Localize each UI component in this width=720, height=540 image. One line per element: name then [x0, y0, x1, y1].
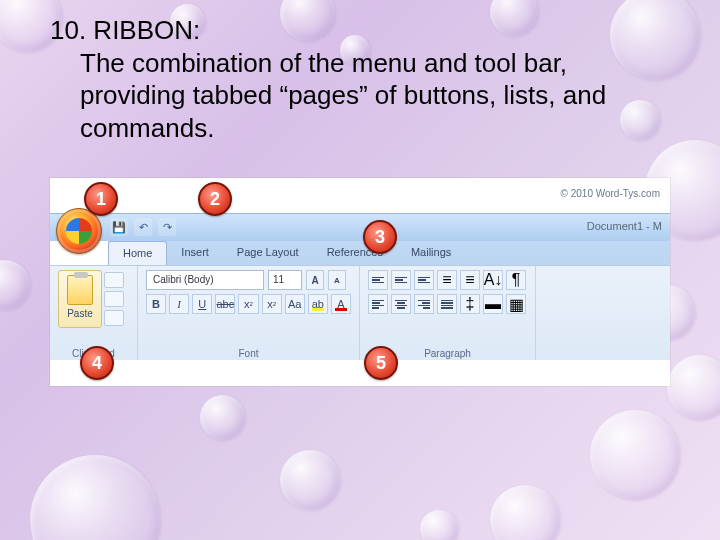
line-spacing-button[interactable]: ‡	[460, 294, 480, 314]
underline-button[interactable]: U	[192, 294, 212, 314]
clipboard-icon	[67, 275, 93, 305]
borders-button[interactable]: ▦	[506, 294, 526, 314]
callout-3: 3	[363, 220, 397, 254]
format-painter-button[interactable]	[104, 310, 124, 326]
callout-1: 1	[84, 182, 118, 216]
numbering-button[interactable]	[391, 270, 411, 290]
increase-indent-button[interactable]: ≡	[460, 270, 480, 290]
multilevel-list-button[interactable]	[414, 270, 434, 290]
change-case-button[interactable]: Aa	[285, 294, 305, 314]
ribbon-body: Paste Clipboard Calibri (Body) 11 A A B …	[50, 265, 670, 360]
superscript-button[interactable]: x2	[262, 294, 282, 314]
slide-description: The combination of the menu and tool bar…	[50, 47, 660, 145]
water-drop	[490, 485, 560, 540]
align-right-button[interactable]	[414, 294, 434, 314]
group-font: Calibri (Body) 11 A A B I U abc x2 x2 Aa…	[138, 266, 360, 360]
water-drop	[30, 455, 160, 540]
ribbon-screenshot: © 2010 Word-Tys.com 💾 ↶ ↷ Document1 - M …	[50, 178, 670, 386]
save-icon[interactable]: 💾	[110, 218, 128, 236]
tab-mailings[interactable]: Mailings	[397, 241, 465, 265]
highlight-color-button[interactable]: ab	[308, 294, 328, 314]
align-left-button[interactable]	[368, 294, 388, 314]
show-hide-button[interactable]: ¶	[506, 270, 526, 290]
shrink-font-button[interactable]: A	[328, 270, 346, 290]
bottom-whitespace	[50, 360, 670, 386]
italic-button[interactable]: I	[169, 294, 189, 314]
water-drop	[590, 410, 680, 500]
window-titlebar: 💾 ↶ ↷ Document1 - M	[50, 213, 670, 241]
undo-icon[interactable]: ↶	[134, 218, 152, 236]
tab-page-layout[interactable]: Page Layout	[223, 241, 313, 265]
paste-label: Paste	[67, 308, 93, 319]
callout-5: 5	[364, 346, 398, 380]
font-name-select[interactable]: Calibri (Body)	[146, 270, 264, 290]
document-title: Document1 - M	[587, 220, 662, 232]
paste-button[interactable]: Paste	[58, 270, 102, 328]
group-label-font: Font	[138, 348, 359, 359]
bold-button[interactable]: B	[146, 294, 166, 314]
strikethrough-button[interactable]: abc	[215, 294, 235, 314]
font-color-button[interactable]: A	[331, 294, 351, 314]
tab-home[interactable]: Home	[108, 241, 167, 265]
justify-button[interactable]	[437, 294, 457, 314]
water-drop	[200, 395, 245, 440]
water-drop	[0, 260, 30, 310]
subscript-button[interactable]: x2	[238, 294, 258, 314]
font-size-select[interactable]: 11	[268, 270, 302, 290]
redo-icon[interactable]: ↷	[158, 218, 176, 236]
copy-button[interactable]	[104, 291, 124, 307]
copyright-text: © 2010 Word-Tys.com	[561, 188, 660, 199]
quick-access-toolbar: 💾 ↶ ↷	[110, 218, 176, 236]
water-drop	[280, 450, 340, 510]
slide-title: 10. RIBBON:	[50, 14, 660, 47]
cut-button[interactable]	[104, 272, 124, 288]
align-center-button[interactable]	[391, 294, 411, 314]
tab-insert[interactable]: Insert	[167, 241, 223, 265]
water-drop	[667, 355, 720, 420]
decrease-indent-button[interactable]: ≡	[437, 270, 457, 290]
callout-4: 4	[80, 346, 114, 380]
sort-button[interactable]: A↓	[483, 270, 503, 290]
water-drop	[420, 510, 458, 540]
bullets-button[interactable]	[368, 270, 388, 290]
callout-2: 2	[198, 182, 232, 216]
grow-font-button[interactable]: A	[306, 270, 324, 290]
slide-text-block: 10. RIBBON: The combination of the menu …	[50, 14, 660, 144]
shading-button[interactable]: ▬	[483, 294, 503, 314]
